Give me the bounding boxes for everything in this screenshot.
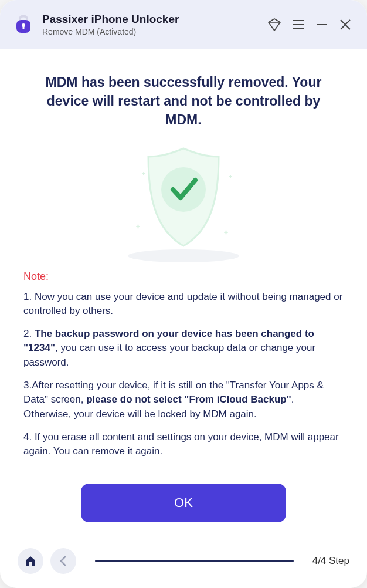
notes-list: 1. Now you can use your device and updat… xyxy=(23,290,344,467)
ok-button[interactable]: OK xyxy=(81,484,286,522)
app-title: Passixer iPhone Unlocker xyxy=(42,13,266,26)
app-logo xyxy=(12,11,35,39)
close-icon[interactable] xyxy=(338,17,353,32)
home-icon xyxy=(24,555,37,567)
note-label: Note: xyxy=(23,271,344,283)
app-window: Passixer iPhone Unlocker Remove MDM (Act… xyxy=(0,0,367,588)
note-item-4: 4. If you erase all content and settings… xyxy=(23,430,344,459)
menu-icon[interactable] xyxy=(291,17,306,32)
svg-point-10 xyxy=(161,167,206,212)
app-subtitle: Remove MDM (Activated) xyxy=(42,27,266,36)
diamond-icon[interactable] xyxy=(266,16,283,33)
titlebar: Passixer iPhone Unlocker Remove MDM (Act… xyxy=(0,0,367,49)
note-item-1: 1. Now you can use your device and updat… xyxy=(23,290,344,319)
window-controls xyxy=(266,16,353,33)
svg-rect-2 xyxy=(23,26,25,29)
minimize-icon[interactable] xyxy=(314,17,329,32)
step-label: 4/4 Step xyxy=(312,555,349,567)
svg-point-9 xyxy=(128,249,239,262)
footer-bar: 4/4 Step xyxy=(0,536,367,588)
note-item-3: 3.After resetting your device, if it is … xyxy=(23,379,344,422)
chevron-left-icon xyxy=(57,555,69,567)
success-headline: MDM has been successfully removed. Your … xyxy=(23,73,344,130)
success-shield-graphic xyxy=(23,141,344,265)
progress-bar xyxy=(95,560,294,562)
progress-track xyxy=(95,560,294,562)
back-button[interactable] xyxy=(50,548,76,574)
main-content: MDM has been successfully removed. Your … xyxy=(0,49,367,536)
title-block: Passixer iPhone Unlocker Remove MDM (Act… xyxy=(42,13,266,36)
home-button[interactable] xyxy=(18,548,43,574)
note-item-2: 2. The backup password on your device ha… xyxy=(23,327,344,370)
